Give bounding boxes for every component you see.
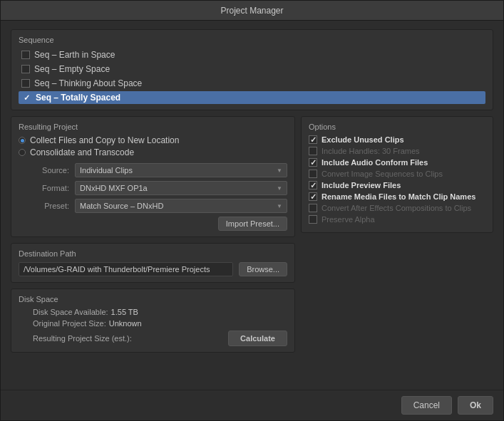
- disk-space-section: Disk Space Disk Space Available: 1.55 TB…: [11, 289, 295, 353]
- radio-collect-circle[interactable]: [19, 137, 26, 144]
- disk-resulting-label: Resulting Project Size (est.):: [33, 334, 132, 343]
- option-include-preview[interactable]: ✓ Include Preview Files: [309, 181, 485, 189]
- seq-item-3[interactable]: Seq – Thinking About Space: [19, 77, 485, 90]
- resulting-project-label: Resulting Project: [19, 123, 287, 131]
- main-row: Resulting Project Collect Files and Copy…: [11, 116, 493, 381]
- disk-calc-row: Resulting Project Size (est.): Calculate: [19, 331, 287, 346]
- opt-check-rename-media[interactable]: ✓: [309, 192, 317, 201]
- opt-check-convert-effects[interactable]: [309, 204, 317, 212]
- radio-collect-label: Collect Files and Copy to New Location: [30, 135, 179, 145]
- window-title: Project Manager: [220, 6, 283, 16]
- option-include-preview-label: Include Preview Files: [322, 181, 401, 189]
- option-preserve-alpha[interactable]: Preserve Alpha: [309, 215, 485, 224]
- format-label: Format:: [30, 184, 69, 192]
- option-exclude-unused-label: Exclude Unused Clips: [322, 135, 404, 144]
- opt-check-convert-image[interactable]: [309, 170, 317, 178]
- seq-name-2: Seq – Empty Space: [34, 64, 110, 74]
- opt-check-include-handles[interactable]: [309, 147, 317, 155]
- seq-name-3: Seq – Thinking About Space: [34, 78, 142, 88]
- option-convert-effects-label: Convert After Effects Compositions to Cl…: [322, 204, 471, 212]
- format-row: Format: DNxHD MXF OP1a ▼: [19, 181, 287, 195]
- radio-group: Collect Files and Copy to New Location C…: [19, 135, 287, 157]
- option-convert-effects[interactable]: Convert After Effects Compositions to Cl…: [309, 204, 485, 212]
- source-dropdown[interactable]: Individual Clips ▼: [75, 163, 287, 177]
- disk-info: Disk Space Available: 1.55 TB Original P…: [19, 308, 287, 328]
- preset-arrow-icon: ▼: [277, 203, 282, 209]
- preset-label: Preset:: [30, 202, 69, 210]
- option-include-audio[interactable]: ✓ Include Audio Conform Files: [309, 158, 485, 167]
- preset-row: Preset: Match Source – DNxHD ▼: [19, 199, 287, 213]
- seq-item-1[interactable]: Seq – Earth in Space: [19, 48, 485, 61]
- resulting-project-section: Resulting Project Collect Files and Copy…: [11, 116, 295, 237]
- disk-available-value: 1.55 TB: [111, 308, 138, 316]
- option-include-handles-label: Include Handles: 30 Frames: [322, 147, 420, 155]
- option-convert-image[interactable]: Convert Image Sequences to Clips: [309, 170, 485, 178]
- option-rename-media-label: Rename Media Files to Match Clip Names: [322, 192, 475, 201]
- import-preset-row: Import Preset...: [19, 217, 287, 231]
- format-arrow-icon: ▼: [277, 185, 282, 192]
- option-convert-image-label: Convert Image Sequences to Clips: [322, 170, 443, 178]
- preset-dropdown[interactable]: Match Source – DNxHD ▼: [75, 199, 287, 213]
- ok-button[interactable]: Ok: [458, 396, 493, 415]
- disk-original-row: Original Project Size: Unknown: [33, 319, 287, 328]
- option-preserve-alpha-label: Preserve Alpha: [322, 215, 375, 224]
- opt-check-exclude-unused[interactable]: ✓: [309, 135, 317, 144]
- title-bar: Project Manager: [1, 1, 503, 21]
- right-panel: Options ✓ Exclude Unused Clips Include H…: [301, 116, 493, 381]
- seq-checkmark-4: ✓: [21, 93, 31, 103]
- option-rename-media[interactable]: ✓ Rename Media Files to Match Clip Names: [309, 192, 485, 201]
- options-panel: Options ✓ Exclude Unused Clips Include H…: [301, 116, 493, 233]
- seq-checkbox-3[interactable]: [21, 79, 30, 88]
- seq-item-4[interactable]: ✓ Seq – Totally Spaced: [19, 91, 485, 104]
- radio-consolidate[interactable]: Consolidate and Transcode: [19, 147, 287, 157]
- source-value: Individual Clips: [80, 166, 133, 175]
- opt-check-include-preview[interactable]: ✓: [309, 181, 317, 189]
- source-row: Source: Individual Clips ▼: [19, 163, 287, 177]
- calculate-button[interactable]: Calculate: [228, 331, 287, 346]
- project-manager-window: Project Manager Sequence Seq – Earth in …: [0, 0, 504, 421]
- disk-original-value: Unknown: [109, 319, 142, 328]
- destination-path-section: Destination Path /Volumes/G-RAID with Th…: [11, 243, 295, 283]
- option-exclude-unused[interactable]: ✓ Exclude Unused Clips: [309, 135, 485, 144]
- sequence-section: Sequence Seq – Earth in Space Seq – Empt…: [11, 29, 493, 110]
- option-include-handles[interactable]: Include Handles: 30 Frames: [309, 147, 485, 155]
- disk-available-label: Disk Space Available:: [33, 308, 108, 316]
- cancel-button[interactable]: Cancel: [401, 396, 452, 415]
- opt-check-preserve-alpha[interactable]: [309, 215, 317, 224]
- seq-item-2[interactable]: Seq – Empty Space: [19, 63, 485, 76]
- format-value: DNxHD MXF OP1a: [80, 184, 148, 192]
- disk-space-label: Disk Space: [19, 295, 287, 303]
- browse-button[interactable]: Browse...: [239, 262, 287, 276]
- disk-original-label: Original Project Size:: [33, 319, 106, 328]
- opt-check-include-audio[interactable]: ✓: [309, 158, 317, 167]
- preset-value: Match Source – DNxHD: [80, 202, 163, 210]
- radio-consolidate-circle[interactable]: [19, 149, 26, 156]
- destination-row: /Volumes/G-RAID with Thunderbolt/Premier…: [19, 262, 287, 276]
- destination-path-text: /Volumes/G-RAID with Thunderbolt/Premier…: [19, 262, 233, 276]
- sequence-list: Seq – Earth in Space Seq – Empty Space S…: [19, 48, 485, 104]
- seq-name-1: Seq – Earth in Space: [34, 50, 115, 60]
- radio-collect[interactable]: Collect Files and Copy to New Location: [19, 135, 287, 145]
- format-dropdown[interactable]: DNxHD MXF OP1a ▼: [75, 181, 287, 195]
- seq-name-4: Seq – Totally Spaced: [36, 93, 120, 103]
- disk-available-row: Disk Space Available: 1.55 TB: [33, 308, 287, 316]
- sequence-label: Sequence: [19, 36, 485, 44]
- seq-checkbox-2[interactable]: [21, 65, 30, 73]
- bottom-bar: Cancel Ok: [1, 390, 503, 420]
- seq-checkbox-1[interactable]: [21, 51, 30, 59]
- radio-consolidate-label: Consolidate and Transcode: [30, 147, 134, 157]
- destination-label: Destination Path: [19, 249, 287, 258]
- option-include-audio-label: Include Audio Conform Files: [322, 158, 428, 167]
- source-label: Source:: [30, 166, 69, 175]
- left-panel: Resulting Project Collect Files and Copy…: [11, 116, 295, 381]
- options-label: Options: [309, 123, 485, 131]
- source-arrow-icon: ▼: [277, 167, 282, 174]
- import-preset-button[interactable]: Import Preset...: [218, 217, 287, 231]
